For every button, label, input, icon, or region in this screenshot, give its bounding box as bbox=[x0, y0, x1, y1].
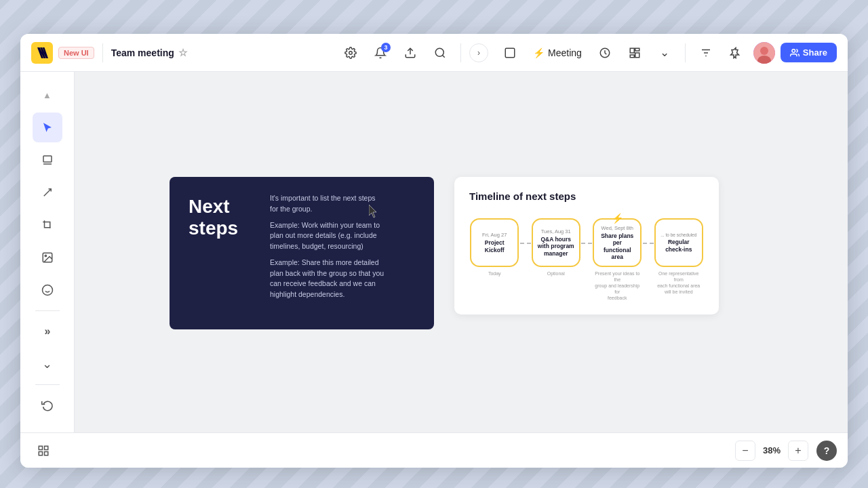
svg-point-22 bbox=[45, 255, 46, 256]
app-window: New UI Team meeting ☆ 3 bbox=[20, 34, 848, 468]
connector-3 bbox=[643, 243, 654, 244]
redo-button[interactable] bbox=[33, 423, 62, 432]
settings-button[interactable] bbox=[338, 41, 363, 65]
undo-button[interactable] bbox=[33, 390, 62, 420]
zoom-out-button[interactable]: − bbox=[735, 441, 755, 461]
expand-button[interactable]: › bbox=[469, 43, 488, 62]
zoom-in-button[interactable]: + bbox=[788, 441, 808, 461]
grid-view-button[interactable] bbox=[31, 439, 56, 463]
image-tool-icon bbox=[41, 251, 54, 264]
emoji-tool-button[interactable] bbox=[33, 275, 62, 305]
svg-point-17 bbox=[792, 49, 795, 52]
card-body: It's important to list the next steps fo… bbox=[270, 193, 384, 313]
svg-rect-27 bbox=[45, 446, 48, 449]
timeline-date-2: Tues, Aug 31 bbox=[541, 228, 571, 235]
sidebar-divider bbox=[35, 310, 60, 311]
card-paragraph-1: It's important to list the next steps fo… bbox=[270, 193, 384, 215]
timeline-sub-2: Optional bbox=[547, 270, 565, 277]
svg-point-23 bbox=[42, 285, 52, 296]
timeline-label-2: Q&A hourswith programmanager bbox=[538, 236, 574, 257]
svg-rect-9 bbox=[635, 53, 639, 58]
pin-button[interactable] bbox=[724, 41, 748, 65]
connector-2 bbox=[581, 243, 592, 244]
topbar-divider-2 bbox=[460, 43, 461, 62]
timeline-item-2: Tues, Aug 31 Q&A hourswith programmanage… bbox=[531, 218, 582, 277]
topbar-divider-3 bbox=[685, 43, 686, 62]
svg-rect-28 bbox=[39, 451, 42, 455]
upload-button[interactable] bbox=[398, 41, 422, 65]
timeline-title: Timeline of next steps bbox=[469, 190, 704, 202]
svg-rect-10 bbox=[630, 55, 634, 58]
frame-tool-button[interactable] bbox=[33, 145, 62, 175]
sidebar-tools: ▲ bbox=[33, 80, 62, 379]
timeline-card[interactable]: Timeline of next steps Fri, Aug 27 Proje… bbox=[454, 177, 719, 314]
layout-icon bbox=[629, 47, 641, 59]
canvas-area[interactable]: Nextsteps It's important to list the nex… bbox=[75, 72, 848, 432]
timeline-sub-4: One representative fromeach functional a… bbox=[654, 270, 703, 295]
card-title-section: Nextsteps bbox=[189, 193, 256, 313]
timer-icon bbox=[599, 47, 611, 59]
filter-icon bbox=[700, 47, 712, 59]
svg-rect-7 bbox=[630, 48, 634, 53]
select-tool-button[interactable] bbox=[33, 113, 62, 142]
more-tools-button[interactable]: » bbox=[33, 317, 62, 346]
collapse-sidebar-button[interactable]: ▲ bbox=[33, 80, 62, 110]
chevron-down-icon: ⌄ bbox=[660, 45, 669, 60]
more-options-button[interactable]: ⌄ bbox=[652, 41, 677, 65]
left-sidebar: ▲ bbox=[20, 72, 75, 432]
zoom-controls: − 38% + ? bbox=[735, 441, 837, 461]
layout-button[interactable] bbox=[623, 41, 647, 65]
search-button[interactable] bbox=[428, 41, 452, 65]
share-icon bbox=[790, 48, 800, 58]
crop-tool-button[interactable] bbox=[33, 210, 62, 240]
svg-line-20 bbox=[43, 189, 51, 197]
notifications-button[interactable]: 3 bbox=[368, 41, 393, 65]
lightning-badge-icon: ⚡ bbox=[612, 213, 623, 224]
svg-rect-29 bbox=[45, 451, 48, 455]
timeline-label-1: ProjectKickoff bbox=[485, 239, 505, 253]
card-paragraph-2: Example: Work within your team to plan o… bbox=[270, 220, 384, 252]
topbar: New UI Team meeting ☆ 3 bbox=[20, 34, 848, 72]
timer-button[interactable] bbox=[593, 41, 617, 65]
help-button[interactable]: ? bbox=[816, 441, 837, 461]
filter-button[interactable] bbox=[694, 41, 718, 65]
svg-rect-5 bbox=[505, 48, 515, 58]
lightning-icon: ⚡ bbox=[533, 47, 545, 58]
undo-icon bbox=[41, 399, 54, 411]
sidebar-divider-bottom bbox=[35, 384, 60, 385]
frame-tool-icon bbox=[41, 154, 54, 166]
share-button[interactable]: Share bbox=[781, 43, 837, 62]
content-area: ▲ bbox=[20, 72, 848, 432]
avatar-image bbox=[753, 42, 775, 64]
timeline-item-3: ⚡ Wed, Sept 8th Share plans perfunctiona… bbox=[592, 218, 643, 301]
frame-icon bbox=[504, 47, 516, 59]
timeline-box-1: Fri, Aug 27 ProjectKickoff bbox=[470, 218, 519, 267]
svg-rect-18 bbox=[43, 156, 52, 162]
star-icon[interactable]: ☆ bbox=[178, 47, 187, 59]
topbar-divider-1 bbox=[102, 43, 103, 62]
avatar[interactable] bbox=[753, 42, 775, 64]
svg-rect-8 bbox=[635, 48, 639, 51]
pin-icon bbox=[730, 47, 742, 59]
timeline-item-4: ... to be scheduled Regularcheck-ins One… bbox=[654, 218, 705, 295]
miro-logo bbox=[31, 42, 53, 64]
frame-button[interactable] bbox=[498, 41, 522, 65]
collapse-tools-button[interactable]: ⌄ bbox=[33, 349, 62, 379]
card-paragraph-3: Example: Share this more detailed plan b… bbox=[270, 258, 384, 300]
next-steps-card[interactable]: Nextsteps It's important to list the nex… bbox=[170, 177, 434, 329]
upload-icon bbox=[404, 47, 416, 59]
timeline-date-4: ... to be scheduled bbox=[660, 232, 696, 237]
crop-icon bbox=[41, 219, 54, 231]
meeting-button[interactable]: ⚡ Meeting bbox=[528, 45, 587, 61]
timeline-row: Fri, Aug 27 ProjectKickoff Today Tues, A… bbox=[469, 218, 704, 301]
sidebar-bottom bbox=[33, 382, 62, 432]
timeline-label-4: Regularcheck-ins bbox=[665, 239, 692, 252]
svg-line-4 bbox=[443, 55, 445, 57]
timeline-date-1: Fri, Aug 27 bbox=[482, 232, 507, 238]
board-title: Team meeting ☆ bbox=[111, 47, 187, 59]
timeline-box-2: Tues, Aug 31 Q&A hourswith programmanage… bbox=[532, 218, 580, 267]
image-tool-button[interactable] bbox=[33, 243, 62, 272]
line-tool-button[interactable] bbox=[33, 178, 62, 207]
svg-point-15 bbox=[760, 47, 768, 55]
miro-logo-icon bbox=[31, 42, 53, 64]
